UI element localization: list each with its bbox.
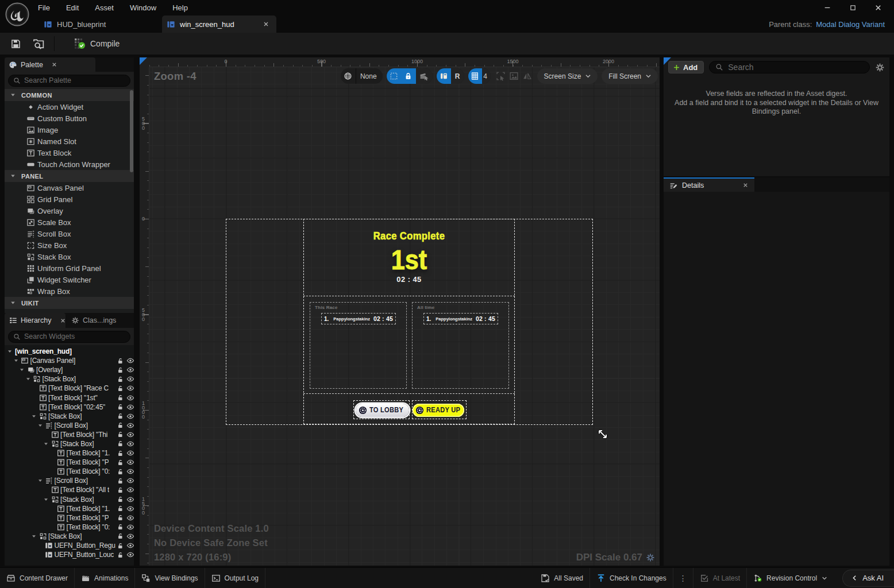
eye-icon[interactable] [126,514,134,522]
eye-icon[interactable] [126,541,134,550]
hierarchy-tree-row[interactable]: UEFN_Button_Louc [5,550,134,559]
eye-icon[interactable] [126,431,134,439]
eye-icon[interactable] [126,357,134,365]
palette-scrollbar[interactable] [130,90,133,172]
browse-to-asset-button[interactable] [27,33,51,55]
localization-preview-control[interactable]: None [341,68,383,84]
lock-open-icon[interactable] [117,357,124,365]
save-button[interactable] [5,33,27,55]
hierarchy-tree-row[interactable]: [Text Block] "P [5,458,134,467]
hierarchy-tree-row[interactable]: [Text Block] "1. [5,504,134,513]
close-tab-icon[interactable] [60,318,66,324]
design-ready-up-button[interactable]: READY UP [413,404,464,417]
lock-open-icon[interactable] [117,486,124,494]
eye-icon[interactable] [126,477,134,485]
status-bar-button[interactable]: View Bindings [135,568,205,588]
lock-open-icon[interactable] [117,532,124,540]
lock-open-icon[interactable] [117,468,124,475]
hierarchy-tree-row[interactable]: [Scroll Box] [5,421,134,430]
palette-item[interactable]: Canvas Panel [5,182,134,194]
status-bar-button[interactable]: Revision Control [747,568,834,588]
eye-icon[interactable] [126,375,134,383]
lock-open-icon[interactable] [117,477,124,485]
palette-section-header[interactable]: PANEL [5,170,134,182]
image-preview-icon[interactable] [509,71,519,81]
close-tab-icon[interactable] [51,61,57,68]
menu-item[interactable]: Help [165,1,195,14]
hierarchy-tree-row[interactable]: [win_screen_hud] [5,347,134,356]
design-board-all-time[interactable]: All time 1. Pappylongstakinz 02 : 45 [412,302,509,389]
menu-item[interactable]: Asset [88,1,121,14]
status-bar-button[interactable]: Check In Changes [590,568,673,588]
marquee-select-toggle[interactable] [387,68,401,84]
resize-handle-icon[interactable] [597,428,608,440]
lock-open-icon[interactable] [117,366,124,374]
hierarchy-tree-row[interactable]: [Text Block] "02:45" [5,403,134,412]
close-tab-icon[interactable] [742,182,749,188]
palette-item[interactable]: Scale Box [5,216,134,228]
close-window-button[interactable] [865,0,891,15]
eye-icon[interactable] [126,532,134,540]
lock-open-icon[interactable] [117,496,124,503]
hierarchy-tree-row[interactable]: [Stack Box] [5,412,134,421]
palette-item[interactable]: Widget Switcher [5,274,134,285]
palette-section-header[interactable]: UIKIT [5,297,134,309]
dpi-scale-control[interactable]: DPI Scale 0.67 [576,550,655,564]
ask-ai-button[interactable]: Ask AI [842,570,894,587]
hierarchy-tree-row[interactable]: [Overlay] [5,365,134,374]
eye-icon[interactable] [126,421,134,430]
lock-open-icon[interactable] [117,459,124,466]
tab-hud-blueprint[interactable]: HUD_blueprint [37,16,123,33]
palette-item[interactable]: Grid Panel [5,194,134,205]
verse-search-input[interactable]: Search [709,61,870,74]
hierarchy-tree-row[interactable]: [Stack Box] [5,439,134,448]
tab-palette[interactable]: Palette [5,57,95,72]
design-place-text[interactable]: 1st [310,246,508,273]
palette-item[interactable]: Stack Box [5,251,134,262]
status-bar-button[interactable]: Animations [75,568,135,588]
hierarchy-tree-row[interactable]: [Text Block] "0: [5,523,134,532]
eye-icon[interactable] [126,449,134,457]
close-tab-icon[interactable] [263,21,269,28]
eye-icon[interactable] [126,403,134,411]
palette-item[interactable]: Size Box [5,239,134,251]
palette-item[interactable]: Uniform Grid Panel [5,262,134,274]
flip-preview-icon[interactable] [522,71,532,81]
lock-open-icon[interactable] [117,403,124,411]
lock-open-icon[interactable] [117,440,124,447]
palette-item[interactable]: Image [5,124,134,136]
eye-icon[interactable] [126,467,134,475]
lock-open-icon[interactable] [117,505,124,512]
hierarchy-tree-row[interactable]: [Text Block] "0: [5,467,134,476]
eye-icon[interactable] [126,458,134,466]
lock-open-icon[interactable] [117,450,124,457]
r-toggle-button[interactable]: R [451,68,464,84]
tab-class-settings[interactable]: Clas...ings [67,313,132,328]
design-title-block[interactable]: Race Complete 1st 02 : 45 [303,219,515,284]
status-bar-button[interactable]: All Saved [534,568,590,588]
tab-hierarchy[interactable]: Hierarchy [5,313,65,328]
lock-open-icon[interactable] [117,542,124,550]
eye-icon[interactable] [126,505,134,513]
palette-item[interactable]: Named Slot [5,136,134,147]
lock-open-icon[interactable] [117,385,124,392]
minimize-button[interactable] [815,0,840,15]
tab-details[interactable]: Details [664,177,754,192]
lock-open-icon[interactable] [117,376,124,383]
menu-item[interactable]: Window [123,1,163,14]
palette-item[interactable]: Scroll Box [5,228,134,239]
hierarchy-tree-row[interactable]: [Stack Box] [5,532,134,541]
gear-icon[interactable] [875,63,885,72]
status-bar-button[interactable]: At Latest [693,568,747,588]
eye-icon[interactable] [126,551,134,559]
hierarchy-tree-row[interactable]: [Scroll Box] [5,476,134,485]
hierarchy-search-input[interactable]: Search Widgets [8,331,130,343]
add-field-button[interactable]: Add [668,61,704,74]
eye-icon[interactable] [126,440,134,448]
eye-icon[interactable] [126,486,134,494]
menu-item[interactable]: File [31,1,57,14]
design-race-complete-text[interactable]: Race Complete [312,230,507,243]
tab-win-screen-hud[interactable]: win_screen_hud [162,16,276,33]
hierarchy-tree-row[interactable]: [Stack Box] [5,374,134,384]
designer-grid-surface[interactable]: Zoom -4 None R 4 [149,67,660,566]
